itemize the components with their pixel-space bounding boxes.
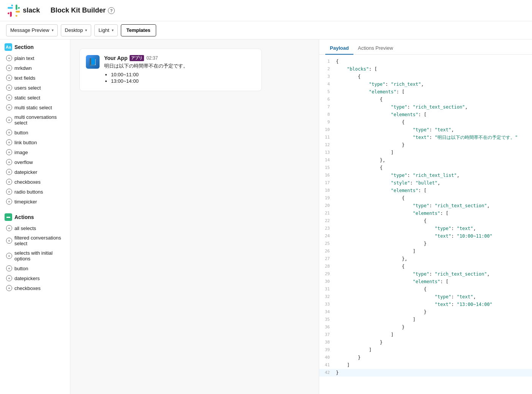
light-select[interactable]: Light ▾ <box>94 24 117 36</box>
sidebar-item-overflow[interactable]: + overflow <box>0 157 70 167</box>
sidebar-item-datepickers[interactable]: + datepickers <box>0 273 70 283</box>
message-content: Your App アプリ 02:37 明日は以下の時間帯不在の予定です。 10:… <box>104 55 188 85</box>
code-line: 31 { <box>319 285 532 293</box>
sidebar-item-label: datepicker <box>14 169 37 175</box>
light-select-chevron: ▾ <box>112 28 114 32</box>
sidebar-item-static-select[interactable]: + static select <box>0 93 70 102</box>
actions-icon-bar <box>6 217 10 218</box>
code-line: 30 "elements": [ <box>319 278 532 285</box>
sidebar-item-actions-button[interactable]: + button <box>0 263 70 273</box>
code-line: 37 ] <box>319 331 532 339</box>
section-label: Section <box>14 44 34 50</box>
message-header: Your App アプリ 02:37 <box>104 55 188 61</box>
code-line: 2 "blocks": [ <box>319 65 532 73</box>
payload-tabs: Payload Actions Preview <box>319 39 532 55</box>
code-area: 1{2 "blocks": [3 {4 "type": "rich_text",… <box>319 55 532 394</box>
actions-header: Actions <box>0 210 70 223</box>
code-line: 39 ] <box>319 346 532 354</box>
sidebar-item-mrkdwn[interactable]: + mrkdwn <box>0 63 70 73</box>
sidebar-item-label: plain text <box>14 55 34 61</box>
message-block: 📘 Your App アプリ 02:37 明日は以下の時間帯不在の予定です。 1… <box>79 49 262 91</box>
code-line: 17 "style": "bullet", <box>319 179 532 187</box>
code-line: 29 "type": "rich_text_section", <box>319 270 532 278</box>
plus-icon: + <box>6 265 12 271</box>
sidebar-item-button[interactable]: + button <box>0 128 70 137</box>
preview-select[interactable]: Message Preview ▾ <box>6 24 58 36</box>
code-line: 40 } <box>319 354 532 361</box>
title-text: Block Kit Builder <box>51 6 106 14</box>
sidebar-item-label: filtered conversations select <box>14 235 65 246</box>
plus-icon: + <box>6 285 12 291</box>
sidebar-item-link-button[interactable]: + link button <box>0 137 70 147</box>
plus-icon: + <box>6 179 12 185</box>
sidebar-item-label: multi conversations select <box>14 114 65 126</box>
sidebar-item-image[interactable]: + image <box>0 147 70 157</box>
plus-icon: + <box>6 275 12 281</box>
sidebar-item-label: users select <box>14 85 41 91</box>
code-line: 3 { <box>319 73 532 80</box>
code-line: 8 "elements": [ <box>319 111 532 118</box>
app-name: Your App <box>104 55 127 61</box>
section-icon: Aa <box>5 43 12 51</box>
sidebar-item-users-select[interactable]: + users select <box>0 83 70 93</box>
plus-icon: + <box>6 65 12 71</box>
sidebar-item-label: selects with initial options <box>14 250 65 262</box>
code-line: 42} <box>319 369 532 377</box>
app-title: Block Kit Builder ? <box>51 6 115 14</box>
code-line: 18 "elements": [ <box>319 187 532 194</box>
code-line: 33 "text": "13:00~14:00" <box>319 301 532 308</box>
toolbar: Message Preview ▾ Desktop ▾ Light ▾ Temp… <box>0 21 532 39</box>
code-line: 5 "elements": [ <box>319 88 532 96</box>
code-line: 16 "type": "rich_text_list", <box>319 172 532 179</box>
code-line: 34 } <box>319 308 532 316</box>
sidebar-item-datepicker[interactable]: + datepicker <box>0 167 70 177</box>
code-line: 24 "text": "10:00~11:00" <box>319 232 532 240</box>
desktop-select-chevron: ▾ <box>85 28 87 32</box>
code-line: 21 "elements": [ <box>319 210 532 217</box>
sidebar-item-label: mrkdwn <box>14 65 32 71</box>
actions-icon <box>5 213 12 221</box>
sidebar-item-text-fields[interactable]: + text fields <box>0 73 70 83</box>
sidebar-item-plain-text[interactable]: + plain text <box>0 53 70 63</box>
sidebar-item-selects-with-initial-options[interactable]: + selects with initial options <box>0 248 70 263</box>
help-icon[interactable]: ? <box>108 7 115 14</box>
code-line: 38 } <box>319 339 532 346</box>
sidebar-item-timepicker[interactable]: + timepicker <box>0 197 70 206</box>
templates-button[interactable]: Templates <box>121 24 156 36</box>
payload-panel: Payload Actions Preview 1{2 "blocks": [3… <box>319 39 532 394</box>
list-item: 13:00~14:00 <box>111 78 188 84</box>
sidebar-item-label: text fields <box>14 75 35 81</box>
code-line: 19 { <box>319 194 532 202</box>
sidebar-item-checkboxes[interactable]: + checkboxes <box>0 177 70 187</box>
code-line: 25 } <box>319 240 532 247</box>
sidebar-item-actions-checkboxes[interactable]: + checkboxes <box>0 283 70 293</box>
code-line: 15 { <box>319 164 532 172</box>
code-line: 28 { <box>319 263 532 270</box>
tab-actions-preview[interactable]: Actions Preview <box>353 42 397 55</box>
sidebar-item-radio-buttons[interactable]: + radio buttons <box>0 187 70 197</box>
code-line: 23 "type": "text", <box>319 225 532 232</box>
sidebar: Aa Section + plain text + mrkdwn + text … <box>0 39 70 394</box>
plus-icon: + <box>6 104 12 110</box>
plus-icon: + <box>6 95 12 101</box>
code-line: 13 ] <box>319 149 532 156</box>
code-line: 10 "type": "text", <box>319 126 532 134</box>
main-layout: Aa Section + plain text + mrkdwn + text … <box>0 39 532 394</box>
plus-icon: + <box>6 225 12 231</box>
plus-icon: + <box>6 189 12 195</box>
plus-icon: + <box>6 75 12 81</box>
sidebar-item-label: multi static select <box>14 105 52 110</box>
sidebar-item-label: button <box>14 130 28 136</box>
sidebar-item-multi-conversations-select[interactable]: + multi conversations select <box>0 112 70 128</box>
code-line: 27 }, <box>319 255 532 263</box>
plus-icon: + <box>6 129 12 136</box>
sidebar-item-filtered-conversations-select[interactable]: + filtered conversations select <box>0 233 70 248</box>
sidebar-item-label: overflow <box>14 159 33 165</box>
plus-icon: + <box>6 159 12 165</box>
tab-payload[interactable]: Payload <box>325 42 353 55</box>
sidebar-item-label: datepickers <box>14 276 40 281</box>
sidebar-item-multi-static-select[interactable]: + multi static select <box>0 102 70 112</box>
sidebar-item-all-selects[interactable]: + all selects <box>0 223 70 233</box>
desktop-select[interactable]: Desktop ▾ <box>61 24 92 36</box>
code-line: 22 { <box>319 217 532 225</box>
